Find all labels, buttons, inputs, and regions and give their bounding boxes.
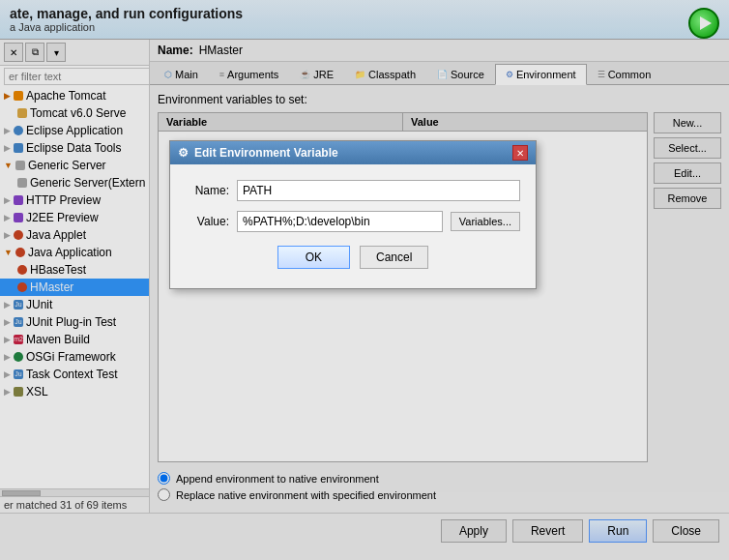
dialog-ok-button[interactable]: OK — [277, 246, 350, 269]
dialog-gear-icon: ⚙ — [178, 146, 189, 160]
dialog-content: Name: Value: Variables... OK Cancel — [170, 164, 536, 288]
dialog-cancel-button[interactable]: Cancel — [360, 246, 428, 269]
dialog-titlebar: ⚙ Edit Environment Variable ✕ — [170, 141, 536, 164]
dialog-overlay: ⚙ Edit Environment Variable ✕ Name: Valu… — [0, 0, 729, 560]
dialog-name-label: Name: — [186, 184, 229, 197]
dialog-name-row: Name: — [186, 180, 520, 201]
dialog-value-label: Value: — [186, 215, 229, 228]
dialog-value-input[interactable] — [237, 211, 443, 232]
dialog-title-label: Edit Environment Variable — [194, 146, 338, 160]
edit-env-dialog: ⚙ Edit Environment Variable ✕ Name: Valu… — [169, 140, 537, 289]
dialog-value-row: Value: Variables... — [186, 211, 520, 232]
dialog-name-input[interactable] — [237, 180, 520, 201]
dialog-buttons: OK Cancel — [186, 242, 520, 273]
dialog-title: ⚙ Edit Environment Variable — [178, 146, 338, 160]
variables-button[interactable]: Variables... — [451, 212, 520, 231]
dialog-close-button[interactable]: ✕ — [512, 145, 528, 161]
